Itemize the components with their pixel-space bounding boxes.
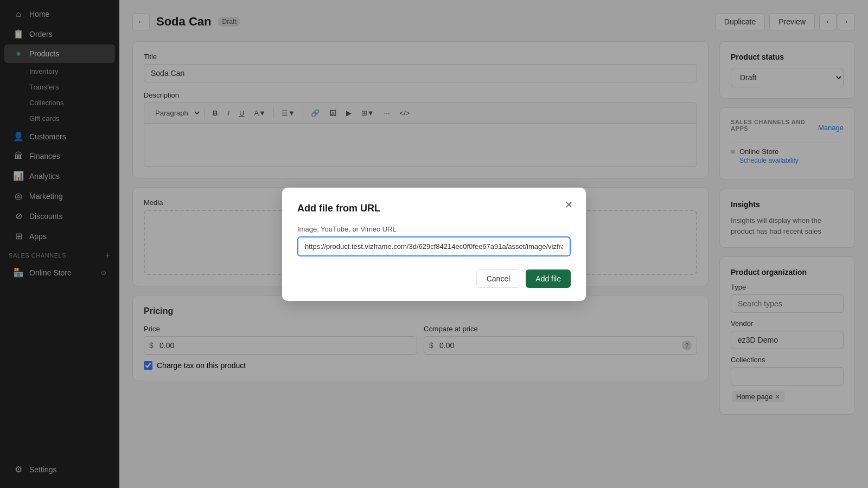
modal-actions: Cancel Add file — [297, 269, 571, 288]
modal-overlay[interactable]: Add file from URL ✕ Image, YouTube, or V… — [0, 0, 868, 488]
modal-title: Add file from URL — [297, 203, 571, 214]
modal-field-label: Image, YouTube, or Vimeo URL — [297, 225, 571, 233]
modal-url-input[interactable] — [297, 236, 571, 256]
add-file-button[interactable]: Add file — [526, 269, 571, 288]
add-file-modal: Add file from URL ✕ Image, YouTube, or V… — [282, 188, 586, 301]
cancel-button[interactable]: Cancel — [476, 269, 521, 288]
modal-close-btn[interactable]: ✕ — [561, 197, 576, 213]
